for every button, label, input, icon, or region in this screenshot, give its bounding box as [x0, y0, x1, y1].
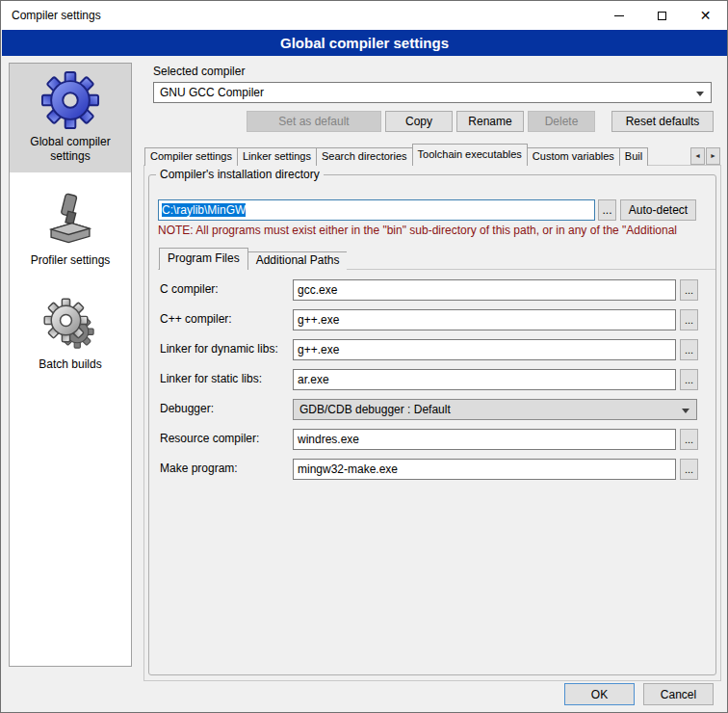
chevron-down-icon: [682, 409, 689, 413]
tab-linker-settings[interactable]: Linker settings: [237, 147, 317, 166]
tab-program-files[interactable]: Program Files: [159, 248, 248, 270]
page-title: Global compiler settings: [2, 30, 727, 56]
set-as-default-button[interactable]: Set as default: [247, 111, 381, 132]
field-row-make-program: Make program: ...: [160, 459, 699, 480]
cancel-button[interactable]: Cancel: [643, 683, 714, 705]
field-row-linker-dynamic: Linker for dynamic libs: ...: [160, 339, 699, 360]
tab-compiler-settings[interactable]: Compiler settings: [144, 147, 238, 166]
sidebar-item-label: Global compiler settings: [12, 135, 129, 164]
resource-compiler-input[interactable]: [293, 429, 676, 450]
tab-scroll-left-button[interactable]: ◄: [690, 147, 705, 165]
browse-button[interactable]: ...: [680, 429, 698, 450]
settings-category-list: Global compiler settings Profiler settin…: [9, 63, 132, 667]
install-dir-input[interactable]: C:\raylib\MinGW: [158, 199, 595, 221]
sidebar-item-label: Profiler settings: [12, 253, 129, 268]
close-button[interactable]: ✕: [684, 1, 727, 30]
sidebar-item-label: Batch builds: [12, 357, 129, 372]
field-label: C compiler:: [160, 282, 219, 296]
reset-defaults-button[interactable]: Reset defaults: [611, 111, 714, 132]
delete-button[interactable]: Delete: [528, 111, 595, 132]
profiler-icon: [42, 193, 98, 249]
sidebar-item-profiler-settings[interactable]: Profiler settings: [10, 186, 131, 277]
minimize-button[interactable]: [597, 1, 640, 30]
gear-icon: [40, 70, 100, 130]
install-dir-browse-button[interactable]: ...: [598, 199, 616, 221]
compiler-select-value: GNU GCC Compiler: [160, 86, 264, 99]
field-row-debugger: Debugger: GDB/CDB debugger : Default: [160, 399, 699, 420]
field-label: Linker for dynamic libs:: [160, 342, 278, 356]
field-label: Linker for static libs:: [160, 372, 262, 385]
tab-search-directories[interactable]: Search directories: [316, 147, 413, 166]
field-label: C++ compiler:: [160, 312, 232, 326]
tab-additional-paths[interactable]: Additional Paths: [247, 251, 348, 270]
program-tabs: Program Files Additional Paths: [159, 248, 347, 270]
ok-button[interactable]: OK: [564, 683, 635, 705]
debugger-select[interactable]: GDB/CDB debugger : Default: [293, 399, 697, 420]
tab-toolchain-executables[interactable]: Toolchain executables: [412, 144, 528, 166]
browse-button[interactable]: ...: [680, 369, 698, 390]
compiler-settings-dialog: Compiler settings ✕ Global compiler sett…: [0, 0, 728, 713]
c-compiler-input[interactable]: [293, 279, 676, 301]
chevron-down-icon: [696, 92, 704, 96]
group-title: Compiler's installation directory: [156, 168, 324, 181]
rename-button[interactable]: Rename: [456, 111, 524, 132]
close-icon: ✕: [700, 9, 712, 22]
field-row-c-compiler: C compiler: ...: [160, 279, 699, 301]
browse-button[interactable]: ...: [680, 339, 698, 360]
linker-static-input[interactable]: [293, 369, 676, 390]
field-row-resource-compiler: Resource compiler: ...: [160, 429, 699, 450]
browse-button[interactable]: ...: [680, 279, 698, 301]
field-label: Resource compiler:: [160, 432, 259, 445]
field-row-linker-static: Linker for static libs: ...: [160, 369, 699, 390]
compiler-select[interactable]: GNU GCC Compiler: [153, 82, 712, 103]
title-bar[interactable]: Compiler settings ✕: [1, 1, 727, 30]
gears-icon: [42, 297, 98, 353]
compiler-tabs: Compiler settings Linker settings Search…: [144, 144, 689, 166]
copy-button[interactable]: Copy: [385, 111, 453, 132]
field-label: Make program:: [160, 462, 238, 475]
linker-dynamic-input[interactable]: [293, 339, 676, 360]
window-title: Compiler settings: [1, 9, 101, 22]
maximize-button[interactable]: [640, 1, 684, 30]
maximize-icon: [658, 12, 666, 20]
tab-build-options[interactable]: Buil: [619, 147, 648, 166]
sidebar-item-batch-builds[interactable]: Batch builds: [10, 290, 131, 381]
sidebar-item-global-compiler-settings[interactable]: Global compiler settings: [10, 64, 131, 172]
tab-scroll-right-button[interactable]: ►: [706, 147, 720, 165]
auto-detect-button[interactable]: Auto-detect: [620, 199, 696, 221]
make-program-input[interactable]: [293, 459, 676, 480]
tab-custom-variables[interactable]: Custom variables: [527, 147, 620, 166]
browse-button[interactable]: ...: [680, 309, 698, 330]
minimize-icon: [614, 15, 624, 16]
cpp-compiler-input[interactable]: [293, 309, 676, 330]
field-label: Debugger:: [160, 402, 214, 415]
note-text: NOTE: All programs must exist either in …: [158, 224, 715, 237]
selected-compiler-label: Selected compiler: [153, 65, 245, 78]
debugger-select-value: GDB/CDB debugger : Default: [299, 403, 451, 416]
field-row-cpp-compiler: C++ compiler: ...: [160, 309, 699, 330]
install-dir-value: C:\raylib\MinGW: [162, 203, 246, 217]
browse-button[interactable]: ...: [680, 459, 698, 480]
